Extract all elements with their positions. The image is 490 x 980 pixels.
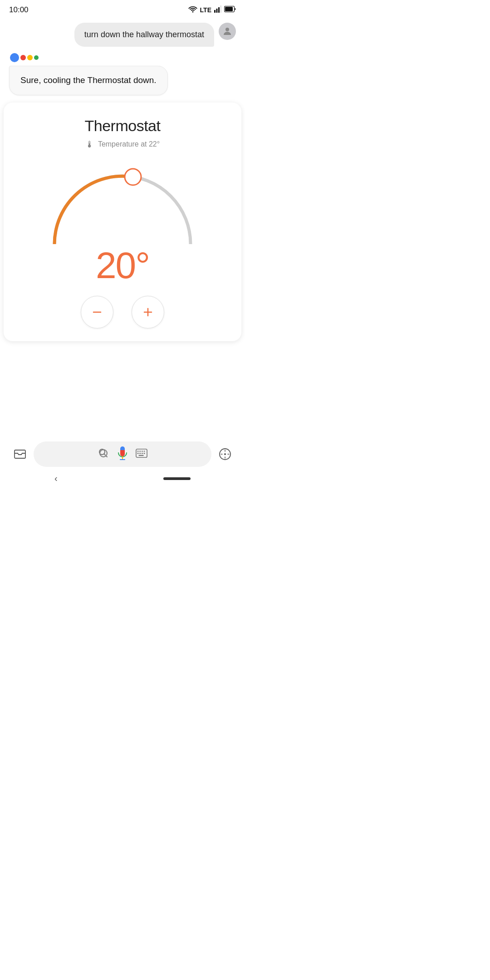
dial-svg: [50, 158, 195, 244]
dot-yellow: [27, 55, 33, 60]
dot-red: [20, 55, 26, 60]
svg-rect-19: [139, 451, 141, 451]
temperature-value-label: Temperature at 22°: [98, 140, 160, 148]
dot-green: [34, 55, 39, 60]
svg-rect-23: [139, 453, 141, 454]
thermostat-dial[interactable]: [50, 158, 195, 244]
decrease-button[interactable]: [81, 296, 113, 328]
microphone-icon[interactable]: [117, 446, 128, 462]
inbox-button[interactable]: [11, 445, 29, 463]
svg-rect-5: [225, 7, 233, 11]
svg-rect-3: [220, 5, 222, 13]
thermostat-title: Thermostat: [85, 117, 161, 135]
temperature-controls: [81, 296, 164, 328]
svg-rect-18: [137, 451, 139, 451]
chat-area: turn down the hallway thermostat Sure, c…: [0, 18, 245, 100]
google-assistant-dots: [9, 53, 39, 62]
status-bar: 10:00 LTE: [0, 0, 245, 18]
user-avatar: [219, 23, 236, 40]
user-message-text: turn down the hallway thermostat: [84, 30, 204, 39]
svg-rect-22: [137, 453, 139, 454]
assistant-bubble: Sure, cooling the Thermostat down.: [9, 66, 168, 95]
assistant-message-row: Sure, cooling the Thermostat down.: [9, 53, 236, 95]
svg-rect-20: [142, 451, 143, 451]
google-bar: [0, 435, 245, 471]
thermometer-icon: 🌡: [85, 139, 94, 150]
svg-rect-21: [144, 451, 145, 451]
user-bubble: turn down the hallway thermostat: [74, 23, 214, 47]
thermostat-card: Thermostat 🌡 Temperature at 22°: [4, 103, 241, 341]
wifi-icon: [188, 5, 197, 15]
bottom-navigation: ‹: [0, 435, 245, 490]
assistant-message-text: Sure, cooling the Thermostat down.: [20, 75, 157, 85]
lens-icon[interactable]: [98, 447, 109, 461]
svg-rect-24: [142, 453, 143, 454]
user-message-row: turn down the hallway thermostat: [9, 23, 236, 47]
svg-rect-2: [218, 7, 220, 13]
svg-point-13: [100, 450, 107, 456]
explore-button[interactable]: [216, 445, 234, 463]
increase-button[interactable]: [132, 296, 164, 328]
svg-rect-0: [214, 10, 216, 13]
google-input-pill[interactable]: [34, 441, 211, 467]
signal-icon: [214, 5, 221, 15]
svg-rect-1: [216, 9, 218, 13]
status-time: 10:00: [9, 5, 29, 15]
svg-rect-25: [144, 453, 145, 454]
home-pill[interactable]: [163, 477, 191, 480]
dot-blue: [10, 53, 19, 62]
status-icons: LTE: [188, 5, 236, 15]
battery-icon: [224, 6, 236, 14]
back-button[interactable]: ‹: [54, 473, 58, 484]
svg-rect-10: [15, 450, 25, 458]
svg-point-28: [224, 453, 226, 455]
keyboard-icon[interactable]: [136, 448, 147, 460]
temperature-label: 🌡 Temperature at 22°: [85, 139, 160, 150]
current-temperature: 20°: [96, 244, 149, 287]
lte-label: LTE: [200, 6, 211, 14]
svg-point-6: [225, 28, 229, 31]
dial-handle: [125, 169, 141, 185]
nav-home-bar: ‹: [0, 471, 245, 484]
svg-rect-26: [139, 455, 144, 456]
